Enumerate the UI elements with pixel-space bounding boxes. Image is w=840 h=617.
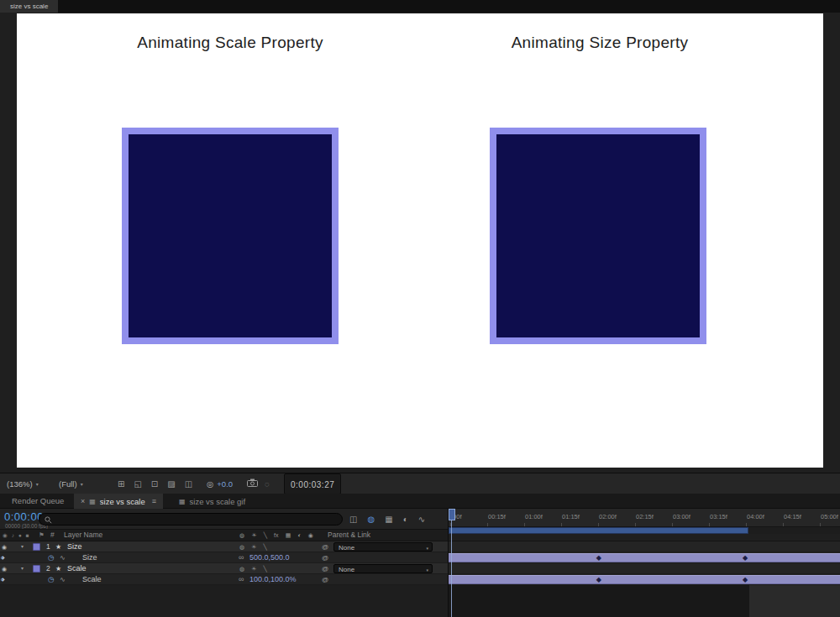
shy-icon[interactable]: ◍	[239, 541, 244, 552]
tab-label: size vs scale gif	[190, 497, 246, 506]
property-value[interactable]: 500.0,500.0	[249, 552, 290, 563]
track-layer-scale[interactable]	[449, 563, 840, 574]
mask-visibility-icon[interactable]: ◱	[134, 473, 141, 494]
property-row-scale[interactable]: ◂◆▸ ◷ ∿ Scale ∞ 100.0,100.0% @	[0, 574, 448, 585]
shy-icon[interactable]: ◍	[239, 563, 244, 574]
keyframe-icon[interactable]: ◆	[743, 554, 748, 562]
column-number: #	[50, 530, 55, 541]
link-dimensions-icon[interactable]: ∞	[239, 574, 244, 585]
pickwhip-icon[interactable]: @	[322, 574, 328, 585]
menu-icon[interactable]: ≡	[152, 497, 156, 505]
stopwatch-icon[interactable]: ◷	[48, 552, 54, 563]
work-area-bar[interactable]	[449, 527, 748, 534]
project-tab-strip: size vs scale	[0, 0, 840, 13]
eye-icon[interactable]: ◉	[2, 541, 7, 552]
property-row-size[interactable]: ◂◆▸ ◷ ∿ Size ∞ 500.0,500.0 @	[0, 552, 448, 563]
parent-value: None	[339, 544, 354, 552]
twirl-icon[interactable]: ▾	[21, 541, 24, 552]
timeline-track-area: :00f 00:15f 01:00f 01:15f 02:00f 02:15f …	[448, 509, 840, 617]
frame-blend-icon[interactable]: ▦	[385, 513, 392, 525]
scale-square	[122, 128, 339, 344]
layer-duration-bar[interactable]	[449, 553, 840, 562]
size-square	[490, 128, 706, 344]
parent-dropdown[interactable]: None ▾	[333, 564, 433, 573]
layer-switches: ◍ ☀ ╲	[239, 541, 273, 552]
collapse-icon[interactable]: ☀	[251, 541, 256, 552]
track-property-size[interactable]: ◆ ◆	[449, 552, 840, 563]
layer-name[interactable]: Size	[67, 541, 82, 552]
graph-toggle-icon[interactable]: ∿	[60, 552, 66, 563]
layer-row-scale[interactable]: ◉ ▾ 2 ★ Scale ◍ ☀ ╲ @ None ▾	[0, 563, 448, 574]
project-tab[interactable]: size vs scale	[0, 0, 58, 13]
layer-name[interactable]: Scale	[67, 563, 87, 574]
keyframe-icon[interactable]: ◆	[596, 554, 601, 562]
time-ruler[interactable]: :00f 00:15f 01:00f 01:15f 02:00f 02:15f …	[449, 509, 840, 527]
keyframe-icon[interactable]: ◆	[743, 576, 748, 583]
timeline-tab-bar: Render Queue × ▦ size vs scale ≡ ▦ size …	[0, 494, 840, 509]
tab-render-queue[interactable]: Render Queue	[12, 494, 64, 509]
parent-dropdown[interactable]: None ▾	[333, 542, 433, 552]
label-color-chip[interactable]	[33, 543, 40, 551]
layer-row-size[interactable]: ◉ ▾ 1 ★ Size ◍ ☀ ╲ @ None ▾	[0, 541, 448, 552]
pickwhip-icon[interactable]: @	[322, 563, 328, 574]
mini-flowchart-icon[interactable]: ◫	[349, 513, 357, 525]
ruler-tick: 00:15f	[486, 509, 522, 526]
property-value[interactable]: 100.0,100.0%	[249, 574, 297, 585]
next-keyframe-icon[interactable]: ▸	[1, 574, 4, 585]
collapse-icon[interactable]: ☀	[251, 563, 256, 574]
property-name[interactable]: Scale	[82, 574, 102, 585]
layer-duration-bar[interactable]	[449, 575, 840, 584]
stopwatch-icon[interactable]: ◷	[48, 574, 54, 585]
graph-editor-icon[interactable]: ∿	[418, 513, 425, 525]
motion-blur-icon[interactable]: ◐	[403, 513, 408, 525]
show-snapshot-icon[interactable]: ◌	[265, 473, 270, 494]
quality-icon[interactable]: ╲	[263, 563, 266, 574]
link-dimensions-icon[interactable]: ∞	[239, 552, 244, 563]
keyframe-icon[interactable]: ◆	[596, 576, 601, 583]
tab-size-vs-scale-gif[interactable]: ▦ size vs scale gif	[172, 494, 252, 509]
pickwhip-icon[interactable]: @	[322, 541, 328, 552]
grid-icon[interactable]: ⊞	[118, 473, 124, 494]
chevron-down-icon: ▾	[81, 482, 83, 487]
ruler-gap	[449, 534, 840, 541]
search-box[interactable]	[39, 513, 343, 525]
exposure-control[interactable]: ◎+0.0	[207, 473, 233, 494]
solo-icon: ●	[18, 530, 22, 541]
label-color-chip[interactable]	[33, 565, 40, 573]
search-input[interactable]	[56, 515, 333, 524]
motion-blur-icon: ◐	[297, 530, 301, 541]
track-property-scale[interactable]: ◆ ◆	[449, 574, 840, 585]
viewer-toolbar-icons: ⊞ ◱ ⊡ ▨ ◫	[118, 473, 192, 494]
pickwhip-icon[interactable]: @	[322, 552, 328, 563]
twirl-icon[interactable]: ▾	[21, 563, 24, 574]
region-of-interest-icon[interactable]: ⊡	[151, 473, 158, 494]
tab-size-vs-scale[interactable]: × ▦ size vs scale ≡	[74, 494, 163, 509]
preview-timecode[interactable]: 0:00:03:27	[284, 473, 341, 494]
column-header-row: ◉ ♪ ● ■ ⚑ # Layer Name ◍ ☀ ╲ fx ▦ ◐ ◉ Pa…	[0, 529, 448, 541]
resolution-dropdown[interactable]: (Full)▾	[59, 473, 83, 494]
zoom-dropdown[interactable]: (136%)▾	[7, 473, 39, 494]
guides-icon[interactable]: ◫	[185, 473, 192, 494]
graph-toggle-icon[interactable]: ∿	[60, 574, 66, 585]
size-square-fill	[496, 134, 700, 337]
quality-icon: ╲	[264, 530, 267, 541]
frame-blend-icon: ▦	[286, 530, 291, 541]
next-keyframe-icon[interactable]: ▸	[1, 552, 4, 563]
composition-icon: ▦	[179, 498, 186, 505]
playhead-marker[interactable]	[449, 509, 455, 520]
quality-icon[interactable]: ╲	[263, 541, 266, 552]
viewer-toolbar: (136%)▾ (Full)▾ ⊞ ◱ ⊡ ▨ ◫ ◎+0.0 ◌ 0:00:0…	[0, 473, 840, 494]
close-icon[interactable]: ×	[81, 497, 85, 505]
ruler-tick: 04:00f	[744, 509, 781, 526]
timeline-toggle-icons: ◫ ◍ ▦ ◐ ∿	[349, 513, 425, 525]
draft-3d-icon[interactable]: ◍	[367, 513, 375, 525]
eye-icon[interactable]: ◉	[2, 563, 7, 574]
composition-canvas: Animating Scale Property Animating Size …	[17, 13, 823, 468]
transparency-grid-icon[interactable]: ▨	[167, 473, 175, 494]
exposure-value[interactable]: +0.0	[217, 479, 233, 489]
track-layer-size[interactable]	[449, 541, 840, 552]
snapshot-camera-icon[interactable]	[247, 473, 258, 494]
playhead-line[interactable]	[451, 509, 452, 617]
property-name[interactable]: Size	[82, 552, 97, 563]
track-bottom-area	[449, 585, 840, 617]
